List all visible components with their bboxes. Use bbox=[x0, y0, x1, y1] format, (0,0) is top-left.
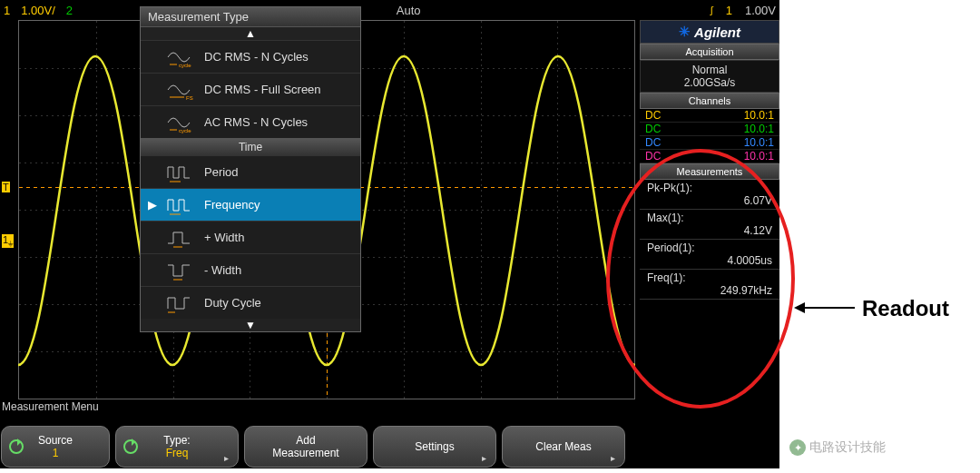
softkey-source[interactable]: Source 1 bbox=[1, 426, 110, 468]
selection-arrow-icon: ▶ bbox=[148, 198, 157, 212]
trigger-marker: T bbox=[2, 182, 10, 192]
softkey-value: 1 bbox=[53, 447, 59, 459]
readout-annotation-arrow bbox=[800, 307, 855, 309]
wechat-icon: ✦ bbox=[789, 439, 806, 456]
measurement-type-menu: Measurement Type ▲ cycle DC RMS - N Cycl… bbox=[140, 6, 361, 332]
measurement-period: Period(1): 4.0005us bbox=[640, 240, 779, 270]
meas-value: 249.97kHz bbox=[647, 284, 772, 297]
channel-row-1: DC10.0:1 bbox=[640, 109, 779, 123]
duty-cycle-icon bbox=[166, 292, 195, 314]
softkey-bar: Source 1 Type: Freq ▸ Add Measurement Se… bbox=[1, 426, 625, 468]
brand-logo: ✳ Agilent bbox=[640, 20, 779, 44]
menu-item-label: AC RMS - N Cycles bbox=[204, 115, 308, 129]
meas-name: Pk-Pk(1): bbox=[647, 182, 772, 194]
watermark: ✦ 电路设计技能 bbox=[789, 439, 886, 456]
menu-item-label: Frequency bbox=[204, 198, 260, 212]
menu-item-label: Period bbox=[204, 165, 239, 179]
trigger-mode: Auto bbox=[397, 4, 421, 17]
ac-rms-icon: cycle bbox=[166, 112, 195, 133]
softkey-label: Clear Meas bbox=[535, 440, 591, 453]
ch1-number: 1 bbox=[4, 4, 10, 17]
submenu-arrow-icon: ▸ bbox=[611, 453, 615, 463]
menu-item-label: + Width bbox=[204, 231, 244, 244]
scroll-up-icon[interactable]: ▲ bbox=[141, 27, 360, 40]
menu-item-label: DC RMS - N Cycles bbox=[204, 50, 309, 64]
measurement-freq: Freq(1): 249.97kHz bbox=[640, 270, 779, 300]
trigger-edge-icon: ∫ bbox=[710, 5, 713, 15]
meas-name: Period(1): bbox=[647, 241, 772, 254]
menu-item-plus-width[interactable]: + Width bbox=[141, 221, 360, 253]
watermark-text: 电路设计技能 bbox=[809, 439, 886, 456]
trigger-level: 1.00V bbox=[745, 4, 776, 17]
submenu-arrow-icon: ▸ bbox=[482, 453, 486, 463]
top-status-bar: 1 1.00V/ 2 0.0s 1.000µs/ Auto ∫ 1 1.00V bbox=[0, 0, 779, 20]
menu-item-ac-rms-ncycles[interactable]: cycle AC RMS - N Cycles bbox=[141, 105, 360, 138]
ch1-vdiv: 1.00V/ bbox=[21, 4, 55, 17]
knob-icon bbox=[9, 439, 24, 454]
acquisition-rate: 2.00GSa/s bbox=[641, 76, 779, 89]
softkey-label: Type: bbox=[163, 434, 190, 447]
acquisition-mode: Normal bbox=[641, 64, 779, 76]
menu-item-label: DC RMS - Full Screen bbox=[204, 83, 321, 96]
svg-text:FS: FS bbox=[186, 95, 193, 101]
submenu-arrow-icon: ▸ bbox=[224, 453, 229, 463]
meas-name: Freq(1): bbox=[647, 271, 772, 284]
measurement-pkpk: Pk-Pk(1): 6.07V bbox=[640, 180, 779, 210]
softkey-value: Freq bbox=[166, 447, 189, 459]
menu-title: Measurement Type bbox=[141, 7, 360, 27]
rms-cycle-icon: cycle bbox=[166, 46, 195, 68]
spark-icon: ✳ bbox=[679, 24, 691, 40]
side-panel: ✳ Agilent Acquisition Normal 2.00GSa/s C… bbox=[640, 20, 779, 300]
menu-item-label: Duty Cycle bbox=[204, 296, 261, 310]
softkey-settings[interactable]: Settings ▸ bbox=[373, 426, 496, 468]
channel-row-4: DC10.0:1 bbox=[640, 150, 779, 163]
ground-marker: 1⏚ bbox=[2, 234, 14, 248]
softkey-type[interactable]: Type: Freq ▸ bbox=[115, 426, 239, 468]
softkey-clear-meas[interactable]: Clear Meas ▸ bbox=[502, 426, 625, 468]
menu-item-minus-width[interactable]: - Width bbox=[141, 253, 360, 286]
minus-width-icon bbox=[166, 260, 195, 281]
svg-text:cycle: cycle bbox=[179, 128, 191, 133]
softkey-add-measurement[interactable]: Add Measurement bbox=[244, 426, 368, 468]
measurement-max: Max(1): 4.12V bbox=[640, 210, 779, 240]
menu-section-time: Time bbox=[141, 138, 360, 155]
menu-item-duty-cycle[interactable]: Duty Cycle bbox=[141, 286, 360, 319]
menu-name-label: Measurement Menu bbox=[2, 400, 99, 413]
softkey-label: Add bbox=[296, 434, 315, 447]
plus-width-icon bbox=[166, 227, 195, 249]
channel-row-2: DC10.0:1 bbox=[640, 123, 779, 136]
menu-item-label: - Width bbox=[204, 263, 241, 277]
softkey-label: Settings bbox=[415, 440, 454, 453]
acquisition-header: Acquisition bbox=[640, 44, 779, 60]
menu-item-dc-rms-fullscreen[interactable]: FS DC RMS - Full Screen bbox=[141, 73, 360, 105]
rms-fs-icon: FS bbox=[166, 79, 195, 101]
scroll-down-icon[interactable]: ▼ bbox=[141, 319, 360, 331]
measurements-header: Measurements bbox=[640, 163, 779, 180]
meas-name: Max(1): bbox=[647, 212, 772, 224]
readout-annotation-label: Readout bbox=[862, 296, 949, 321]
menu-item-period[interactable]: Period bbox=[141, 155, 360, 188]
softkey-label2: Measurement bbox=[272, 447, 338, 459]
meas-value: 4.12V bbox=[647, 224, 772, 237]
menu-item-dc-rms-ncycles[interactable]: cycle DC RMS - N Cycles bbox=[141, 40, 360, 73]
channel-row-3: DC10.0:1 bbox=[640, 136, 779, 150]
meas-value: 6.07V bbox=[647, 194, 772, 207]
ch2-number: 2 bbox=[66, 4, 73, 17]
frequency-icon bbox=[166, 194, 195, 216]
period-icon bbox=[166, 162, 195, 183]
softkey-label: Source bbox=[38, 434, 73, 447]
knob-icon bbox=[123, 439, 138, 454]
acquisition-body: Normal 2.00GSa/s bbox=[640, 60, 779, 93]
meas-value: 4.0005us bbox=[647, 254, 772, 267]
trigger-channel: 1 bbox=[726, 4, 732, 17]
brand-text: Agilent bbox=[694, 25, 740, 40]
svg-text:cycle: cycle bbox=[179, 63, 191, 68]
menu-item-frequency[interactable]: ▶ Frequency bbox=[141, 188, 360, 221]
channels-header: Channels bbox=[640, 93, 779, 109]
